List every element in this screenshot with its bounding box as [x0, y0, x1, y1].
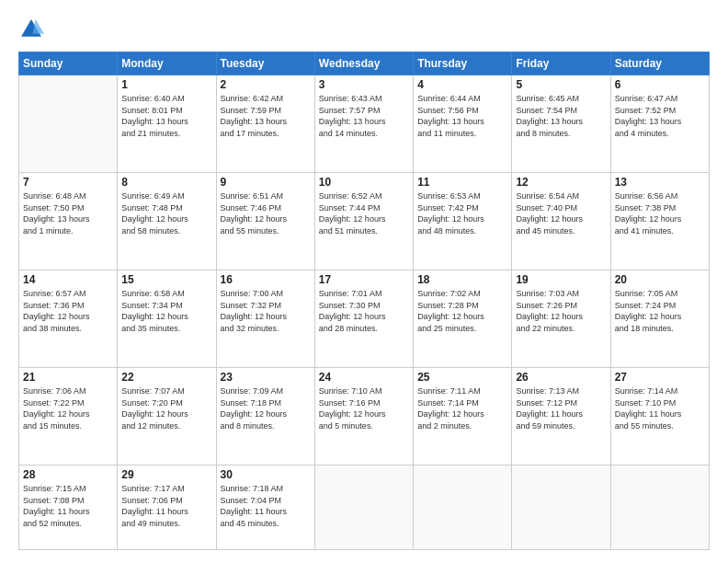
day-number: 10 — [319, 176, 409, 189]
day-info: Sunrise: 6:51 AMSunset: 7:46 PMDaylight:… — [221, 190, 311, 236]
calendar-table: SundayMondayTuesdayWednesdayThursdayFrid… — [18, 52, 710, 550]
calendar-week-row: 21Sunrise: 7:06 AMSunset: 7:22 PMDayligh… — [19, 368, 710, 465]
day-number: 20 — [615, 273, 705, 286]
day-number: 16 — [221, 273, 311, 286]
day-info: Sunrise: 6:54 AMSunset: 7:40 PMDaylight:… — [516, 190, 606, 236]
day-info: Sunrise: 7:02 AMSunset: 7:28 PMDaylight:… — [417, 288, 507, 334]
day-info: Sunrise: 6:48 AMSunset: 7:50 PMDaylight:… — [23, 190, 113, 236]
calendar-day-cell: 16Sunrise: 7:00 AMSunset: 7:32 PMDayligh… — [216, 270, 314, 368]
day-info: Sunrise: 6:44 AMSunset: 7:56 PMDaylight:… — [417, 93, 507, 139]
calendar-day-cell: 25Sunrise: 7:11 AMSunset: 7:14 PMDayligh… — [414, 368, 512, 465]
day-number: 2 — [221, 78, 311, 91]
day-info: Sunrise: 6:49 AMSunset: 7:48 PMDaylight:… — [121, 190, 211, 236]
day-number: 28 — [23, 468, 113, 481]
day-info: Sunrise: 7:14 AMSunset: 7:10 PMDaylight:… — [615, 385, 705, 431]
day-info: Sunrise: 6:52 AMSunset: 7:44 PMDaylight:… — [319, 190, 409, 236]
calendar-day-cell: 2Sunrise: 6:42 AMSunset: 7:59 PMDaylight… — [216, 75, 314, 173]
calendar-day-cell — [414, 465, 512, 550]
day-number: 26 — [516, 371, 606, 384]
day-info: Sunrise: 6:57 AMSunset: 7:36 PMDaylight:… — [23, 288, 113, 334]
day-number: 11 — [417, 176, 507, 189]
calendar-day-cell: 27Sunrise: 7:14 AMSunset: 7:10 PMDayligh… — [610, 368, 709, 465]
calendar-day-cell: 17Sunrise: 7:01 AMSunset: 7:30 PMDayligh… — [314, 270, 413, 368]
calendar-day-cell: 9Sunrise: 6:51 AMSunset: 7:46 PMDaylight… — [216, 173, 314, 270]
day-info: Sunrise: 6:42 AMSunset: 7:59 PMDaylight:… — [221, 93, 311, 139]
day-number: 15 — [121, 273, 211, 286]
day-number: 5 — [516, 78, 606, 91]
calendar-day-cell: 5Sunrise: 6:45 AMSunset: 7:54 PMDaylight… — [512, 75, 610, 173]
calendar-day-cell: 8Sunrise: 6:49 AMSunset: 7:48 PMDaylight… — [118, 173, 216, 270]
day-number: 25 — [417, 371, 507, 384]
day-info: Sunrise: 7:11 AMSunset: 7:14 PMDaylight:… — [417, 385, 507, 431]
calendar-day-cell: 12Sunrise: 6:54 AMSunset: 7:40 PMDayligh… — [512, 173, 610, 270]
day-info: Sunrise: 6:47 AMSunset: 7:52 PMDaylight:… — [615, 93, 705, 139]
calendar-day-cell: 15Sunrise: 6:58 AMSunset: 7:34 PMDayligh… — [118, 270, 216, 368]
day-info: Sunrise: 7:17 AMSunset: 7:06 PMDaylight:… — [121, 483, 211, 529]
page: SundayMondayTuesdayWednesdayThursdayFrid… — [0, 0, 728, 563]
calendar-day-cell — [610, 465, 709, 550]
day-number: 23 — [221, 371, 311, 384]
day-info: Sunrise: 6:43 AMSunset: 7:57 PMDaylight:… — [319, 93, 409, 139]
calendar-week-row: 14Sunrise: 6:57 AMSunset: 7:36 PMDayligh… — [19, 270, 710, 368]
calendar-day-cell: 11Sunrise: 6:53 AMSunset: 7:42 PMDayligh… — [414, 173, 512, 270]
calendar-header-monday: Monday — [118, 52, 216, 75]
calendar-day-cell: 21Sunrise: 7:06 AMSunset: 7:22 PMDayligh… — [19, 368, 118, 465]
calendar-day-cell: 19Sunrise: 7:03 AMSunset: 7:26 PMDayligh… — [512, 270, 610, 368]
calendar-day-cell: 24Sunrise: 7:10 AMSunset: 7:16 PMDayligh… — [314, 368, 413, 465]
day-info: Sunrise: 7:13 AMSunset: 7:12 PMDaylight:… — [516, 385, 606, 431]
day-number: 19 — [516, 273, 606, 286]
calendar-header-tuesday: Tuesday — [216, 52, 314, 75]
day-number: 18 — [417, 273, 507, 286]
day-info: Sunrise: 7:15 AMSunset: 7:08 PMDaylight:… — [23, 483, 113, 529]
day-number: 27 — [615, 371, 705, 384]
day-info: Sunrise: 6:56 AMSunset: 7:38 PMDaylight:… — [615, 190, 705, 236]
day-info: Sunrise: 7:01 AMSunset: 7:30 PMDaylight:… — [319, 288, 409, 334]
logo — [18, 17, 48, 42]
day-number: 21 — [23, 371, 113, 384]
day-number: 22 — [121, 371, 211, 384]
day-info: Sunrise: 7:10 AMSunset: 7:16 PMDaylight:… — [319, 385, 409, 431]
day-number: 9 — [221, 176, 311, 189]
calendar-day-cell: 22Sunrise: 7:07 AMSunset: 7:20 PMDayligh… — [118, 368, 216, 465]
calendar-day-cell: 3Sunrise: 6:43 AMSunset: 7:57 PMDaylight… — [314, 75, 413, 173]
day-info: Sunrise: 7:03 AMSunset: 7:26 PMDaylight:… — [516, 288, 606, 334]
day-number: 29 — [121, 468, 211, 481]
day-number: 6 — [615, 78, 705, 91]
calendar-header-wednesday: Wednesday — [314, 52, 413, 75]
calendar-day-cell: 26Sunrise: 7:13 AMSunset: 7:12 PMDayligh… — [512, 368, 610, 465]
calendar-day-cell: 14Sunrise: 6:57 AMSunset: 7:36 PMDayligh… — [19, 270, 118, 368]
day-info: Sunrise: 7:18 AMSunset: 7:04 PMDaylight:… — [221, 483, 311, 529]
day-number: 13 — [615, 176, 705, 189]
day-number: 30 — [221, 468, 311, 481]
calendar-day-cell: 28Sunrise: 7:15 AMSunset: 7:08 PMDayligh… — [19, 465, 118, 550]
calendar-day-cell: 1Sunrise: 6:40 AMSunset: 8:01 PMDaylight… — [118, 75, 216, 173]
svg-marker-1 — [33, 19, 44, 34]
calendar-day-cell — [19, 75, 118, 173]
day-number: 17 — [319, 273, 409, 286]
day-number: 8 — [121, 176, 211, 189]
day-number: 1 — [121, 78, 211, 91]
calendar-day-cell: 10Sunrise: 6:52 AMSunset: 7:44 PMDayligh… — [314, 173, 413, 270]
day-number: 14 — [23, 273, 113, 286]
day-info: Sunrise: 6:45 AMSunset: 7:54 PMDaylight:… — [516, 93, 606, 139]
calendar-day-cell: 30Sunrise: 7:18 AMSunset: 7:04 PMDayligh… — [216, 465, 314, 550]
calendar-day-cell: 7Sunrise: 6:48 AMSunset: 7:50 PMDaylight… — [19, 173, 118, 270]
header — [18, 17, 710, 42]
day-info: Sunrise: 6:40 AMSunset: 8:01 PMDaylight:… — [121, 93, 211, 139]
calendar-day-cell: 13Sunrise: 6:56 AMSunset: 7:38 PMDayligh… — [610, 173, 709, 270]
calendar-week-row: 7Sunrise: 6:48 AMSunset: 7:50 PMDaylight… — [19, 173, 710, 270]
day-number: 12 — [516, 176, 606, 189]
logo-icon — [18, 17, 44, 42]
day-number: 3 — [319, 78, 409, 91]
calendar-day-cell: 4Sunrise: 6:44 AMSunset: 7:56 PMDaylight… — [414, 75, 512, 173]
day-number: 7 — [23, 176, 113, 189]
calendar-day-cell: 23Sunrise: 7:09 AMSunset: 7:18 PMDayligh… — [216, 368, 314, 465]
day-info: Sunrise: 7:09 AMSunset: 7:18 PMDaylight:… — [221, 385, 311, 431]
calendar-header-friday: Friday — [512, 52, 610, 75]
day-info: Sunrise: 7:06 AMSunset: 7:22 PMDaylight:… — [23, 385, 113, 431]
calendar-day-cell — [512, 465, 610, 550]
calendar-week-row: 1Sunrise: 6:40 AMSunset: 8:01 PMDaylight… — [19, 75, 710, 173]
calendar-day-cell: 18Sunrise: 7:02 AMSunset: 7:28 PMDayligh… — [414, 270, 512, 368]
day-info: Sunrise: 6:58 AMSunset: 7:34 PMDaylight:… — [121, 288, 211, 334]
day-info: Sunrise: 6:53 AMSunset: 7:42 PMDaylight:… — [417, 190, 507, 236]
